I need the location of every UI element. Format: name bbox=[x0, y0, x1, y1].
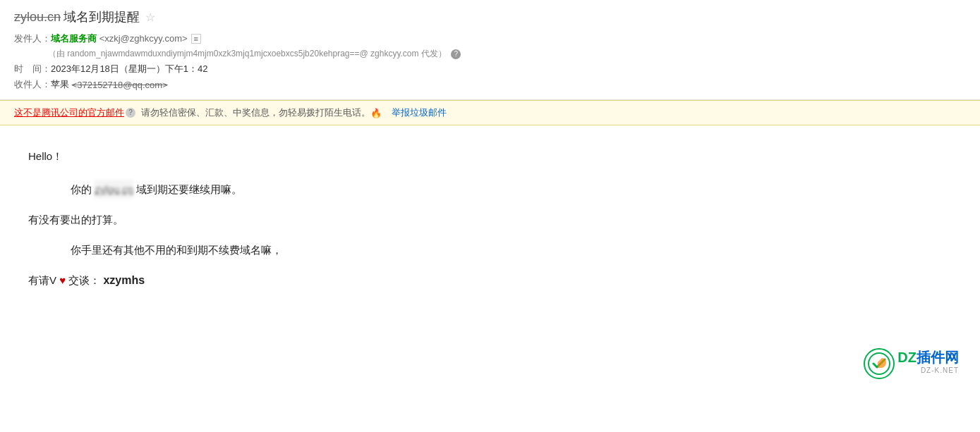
para1-prefix: 你的 bbox=[71, 183, 95, 195]
para4: 有请V ♥ 交谈： xzymhs bbox=[28, 271, 952, 291]
star-icon[interactable]: ☆ bbox=[145, 11, 155, 24]
email-container: zylou.cn 域名到期提醒 ☆ 发件人： 域名服务商 <xzkj@zghkc… bbox=[0, 0, 980, 393]
dz-brand-plugin: 插件网 bbox=[917, 350, 959, 365]
para1-suffix: 域到期还要继续用嘛。 bbox=[136, 183, 242, 195]
recipient-label: 收件人： bbox=[14, 78, 51, 91]
proxy-info: （由 random_njawmdawmduxndiymjm4mjm0xzk3mj… bbox=[48, 48, 966, 60]
from-label: 发件人： bbox=[14, 32, 51, 45]
para2: 有没有要出的打算。 bbox=[28, 210, 952, 229]
para1: 你的 zylou.cn 域到期还要继续用嘛。 bbox=[71, 180, 952, 199]
greeting: Hello！ bbox=[28, 147, 952, 166]
subject-domain: zylou.cn bbox=[14, 10, 61, 25]
sender-name: 域名服务商 bbox=[51, 32, 97, 45]
sender-badge[interactable]: ≡ bbox=[191, 34, 201, 44]
recipient-name: 苹果 bbox=[51, 78, 69, 91]
dz-brand-dz: DZ bbox=[897, 350, 917, 365]
proxy-text: （由 random_njawmdawmduxndiymjm4mjm0xzk3mj… bbox=[48, 49, 447, 58]
para3: 你手里还有其他不用的和到期不续费域名嘛， bbox=[71, 240, 952, 259]
contact-id: xzymhs bbox=[103, 274, 145, 286]
para4-middle: 交谈： bbox=[68, 274, 103, 286]
proxy-help-icon[interactable]: ? bbox=[451, 49, 461, 59]
email-header: zylou.cn 域名到期提醒 ☆ 发件人： 域名服务商 <xzkj@zghkc… bbox=[0, 0, 980, 100]
from-row: 发件人： 域名服务商 <xzkj@zghkcyy.com> ≡ bbox=[14, 32, 966, 45]
para4-prefix: 有请V bbox=[28, 274, 56, 286]
sender-email: <xzkj@zghkcyy.com> bbox=[99, 33, 188, 44]
dz-watermark: DZ插件网 DZ-K.NET bbox=[864, 348, 959, 379]
subject-line: zylou.cn 域名到期提醒 ☆ bbox=[14, 8, 966, 25]
dz-brand-text: DZ插件网 DZ-K.NET bbox=[897, 350, 959, 377]
time-label: 时 间： bbox=[14, 63, 51, 75]
email-body: Hello！ 你的 zylou.cn 域到期还要继续用嘛。 有没有要出的打算。 … bbox=[0, 125, 980, 393]
heart-icon: ♥ bbox=[59, 274, 66, 286]
dz-brand-main: DZ插件网 bbox=[897, 350, 959, 364]
subject-text: 域名到期提醒 bbox=[63, 8, 140, 25]
time-value: 2023年12月18日（星期一）下午1：42 bbox=[51, 63, 208, 75]
para1-domain: zylou.cn bbox=[95, 180, 133, 199]
recipient-email: <372152718@qq.com> bbox=[72, 80, 168, 90]
warning-bar: 这不是腾讯公司的官方邮件 ? 请勿轻信密保、汇款、中奖信息，勿轻易拨打陌生电话。… bbox=[0, 100, 980, 125]
dz-brand-sub: DZ-K.NET bbox=[897, 364, 959, 377]
not-official-text[interactable]: 这不是腾讯公司的官方邮件 bbox=[14, 106, 124, 119]
warning-question-icon[interactable]: ? bbox=[126, 108, 135, 118]
recipient-row: 收件人： 苹果 <372152718@qq.com> bbox=[14, 78, 966, 91]
fire-icon: 🔥 bbox=[370, 108, 382, 118]
warning-advice: 请勿轻信密保、汇款、中奖信息，勿轻易拨打陌生电话。 bbox=[141, 106, 370, 119]
dz-logo-circle bbox=[864, 348, 895, 379]
time-row: 时 间： 2023年12月18日（星期一）下午1：42 bbox=[14, 63, 966, 75]
report-spam-link[interactable]: 举报垃圾邮件 bbox=[392, 106, 447, 119]
dz-logo-svg bbox=[868, 352, 890, 375]
